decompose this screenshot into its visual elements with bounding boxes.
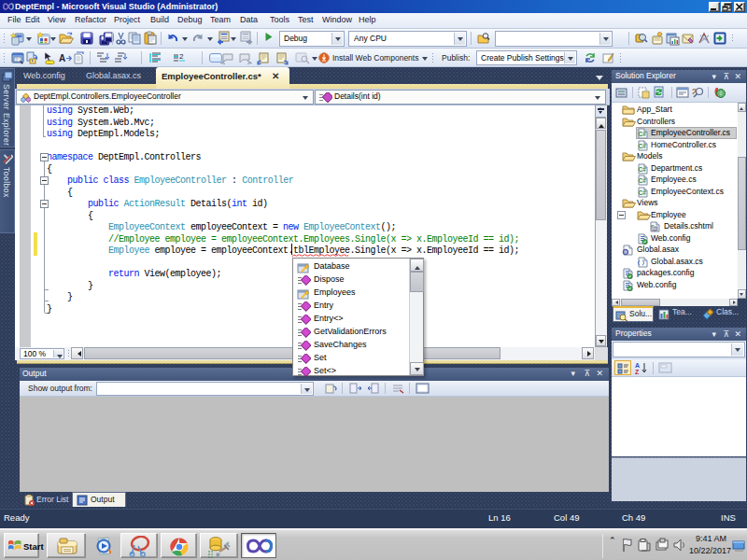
svg-text:@: @	[653, 226, 657, 231]
svg-text:A: A	[59, 53, 65, 63]
svg-text:2: 2	[179, 52, 184, 61]
svg-text:C#: C#	[639, 189, 647, 196]
svg-text:C#: C#	[639, 177, 647, 184]
svg-text:C#: C#	[639, 143, 647, 149]
svg-text:C#: C#	[639, 131, 647, 137]
svg-text:C#: C#	[639, 166, 647, 173]
